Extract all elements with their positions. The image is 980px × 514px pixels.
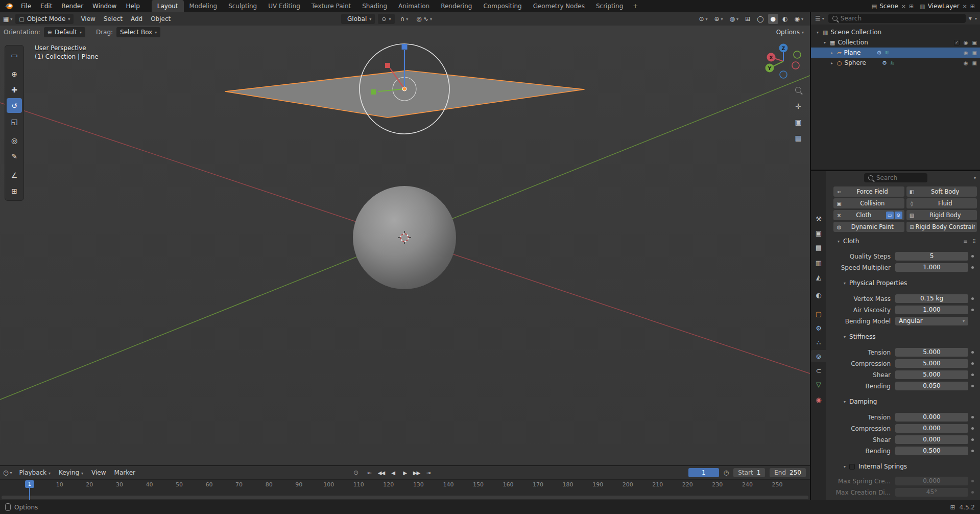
outliner-row-sphere[interactable]: ▸ ○ Sphere ⚙ ≋ ◉ ▣ [811,58,980,68]
add-workspace-button[interactable]: + [629,0,642,12]
disable-render-icon[interactable]: ▣ [972,60,977,66]
hide-eye-icon[interactable]: ◉ [964,50,968,56]
properties-tab-render[interactable]: ▣ [811,227,826,239]
viewport-menu-item[interactable]: Select [100,15,127,22]
transport-button[interactable]: ⇥ [423,468,434,477]
outliner-row-plane[interactable]: ▸ ▱ Plane ⚙ ≋ ◉ ▣ [811,48,980,58]
cloth-button-active[interactable]: × Cloth ▭ ⊙ [833,210,904,220]
physical-properties-header[interactable]: ▾ Physical Properties [826,278,980,288]
filter-funnel-icon[interactable]: ▼ [969,16,972,21]
end-frame-field[interactable]: End 250 [770,468,806,477]
animate-dot[interactable] [968,438,977,441]
use-preview-range-icon[interactable]: ◷ [724,469,729,476]
stiffness-header[interactable]: ▾ Stiffness [826,332,980,341]
fluid-button[interactable]: ◊ Fluid [906,198,977,208]
view-menu[interactable]: View [87,469,110,476]
properties-tab-particles[interactable]: ∴ [811,336,826,348]
snap-toggle[interactable]: ∩ ▾ [398,14,411,24]
transport-button[interactable]: ◀ [388,468,398,477]
start-frame-field[interactable]: Start 1 [733,468,765,477]
properties-tab-data[interactable]: ▽ [811,378,826,390]
transform-orientation-dropdown[interactable]: Global ▾ [341,14,375,24]
tool-button[interactable]: ↺ [7,98,22,113]
presets-icon[interactable]: ≡ [963,239,967,244]
workspace-tab[interactable]: Compositing [477,0,527,12]
new-viewlayer-icon[interactable]: ⊞ [970,3,975,10]
animate-dot[interactable] [968,266,977,269]
properties-tab-output[interactable]: ▤ [811,241,826,253]
animate-dot[interactable] [968,362,977,365]
topbar-menu-item[interactable]: Help [121,0,144,12]
playhead[interactable]: 1 [25,480,34,488]
properties-search-input[interactable] [876,174,923,181]
expander-icon[interactable]: ▸ [829,61,834,65]
new-scene-icon[interactable]: ⊞ [909,3,914,10]
keying-menu[interactable]: Keying ▾ [55,469,87,476]
property-value-field[interactable]: 0.050 [895,382,968,390]
property-value-field[interactable]: 0.500 [895,447,968,455]
shading-material-button[interactable]: ◐ [780,14,790,24]
shading-wireframe-button[interactable]: ◯ [754,14,766,24]
topbar-menu-item[interactable]: Render [57,0,88,12]
workspace-tab[interactable]: UV Editing [262,0,306,12]
properties-tab-constraints[interactable]: ⊂ [811,364,826,377]
scene-selector[interactable]: ▤ Scene × ⊞ [872,3,914,10]
gizmo-y-square[interactable] [371,89,376,95]
timeline-editor-selector[interactable]: ◷ ▾ [0,469,15,476]
workspace-tab-layout[interactable]: Layout [152,0,184,12]
expander-icon[interactable]: ▾ [822,40,827,45]
properties-tab-physics[interactable]: ⊚ [811,350,826,362]
tool-button[interactable]: ⊕ [7,66,22,81]
cloth-physics-icon[interactable]: ≋ [885,50,889,56]
internal-springs-header[interactable]: ▾ Internal Springs [826,462,980,471]
tool-button[interactable]: ∠ [7,168,22,182]
bending-model-dropdown[interactable]: Angular ▾ [895,317,968,325]
rigid-body-button[interactable]: ▧ Rigid Body [906,210,977,220]
axis-minus-z-ball[interactable] [780,71,787,78]
editor-type-selector[interactable]: ▦ ▾ [0,15,15,22]
xray-toggle[interactable]: ⊞ [743,14,753,24]
force-field-button[interactable]: ≈ Force Field [833,186,904,197]
workspace-tab[interactable]: Shading [356,0,393,12]
gizmo-x-square[interactable] [385,63,390,68]
workspace-tab[interactable]: Modeling [184,0,223,12]
property-value-field[interactable]: 0.000 [895,424,968,433]
expander-icon[interactable]: ▸ [829,51,834,55]
collision-physics-icon[interactable]: ≋ [890,60,895,66]
properties-tab-modifiers[interactable]: ⚙ [811,322,826,334]
axis-minus-x-ball[interactable] [792,62,799,69]
expander-icon[interactable]: ▾ [815,30,820,35]
axis-minus-y-ball[interactable] [794,51,801,58]
transport-button[interactable]: ◀◀ [376,468,387,477]
blender-logo-icon[interactable] [4,3,13,10]
soft-body-button[interactable]: ◧ Soft Body [906,186,977,197]
gizmos-toggle[interactable]: ⊕ ▾ [711,14,725,24]
zoom-icon[interactable] [791,86,805,95]
playback-menu[interactable]: Playback ▾ [15,469,55,476]
cloth-panel-header[interactable]: ▾ Cloth ≡ ⠿ [826,237,980,246]
topbar-menu-item[interactable]: File [16,0,36,12]
tool-button[interactable]: ✎ [7,149,22,163]
collection-checkbox[interactable]: ✓ [954,40,960,45]
chevron-down-icon[interactable]: ▾ [974,176,976,180]
transport-button[interactable]: ▶ [399,468,410,477]
hide-eye-icon[interactable]: ◉ [964,60,968,66]
modifier-wrench-icon[interactable]: ⚙ [876,50,881,56]
viewport-menu-item[interactable]: View [77,15,99,22]
pan-hand-icon[interactable]: ✛ [791,102,805,110]
current-frame-field[interactable]: 1 [688,468,719,477]
internal-springs-checkbox[interactable] [849,464,855,470]
tool-options-button[interactable]: Options ▾ [776,29,810,36]
object-visibility-dropdown[interactable]: ⊙ ▾ [696,14,710,24]
animate-dot[interactable] [968,427,977,430]
disable-render-icon[interactable]: ▣ [972,40,977,45]
workspace-tab[interactable]: Texture Paint [306,0,356,12]
toggle-ortho-icon[interactable]: ▦ [791,134,805,142]
timeline-scrollbar[interactable] [2,496,808,499]
mode-dropdown[interactable]: ▢ Object Mode ▾ [15,14,74,24]
marker-menu[interactable]: Marker [110,469,139,476]
rigid-body-constraint-button[interactable]: ⊞ Rigid Body Constraint [906,222,977,232]
viewport-canvas[interactable]: Z X Y User Perspective (1) Collection | … [0,39,810,465]
animate-dot[interactable] [968,385,977,387]
property-value-field[interactable]: 1.000 [895,263,968,272]
